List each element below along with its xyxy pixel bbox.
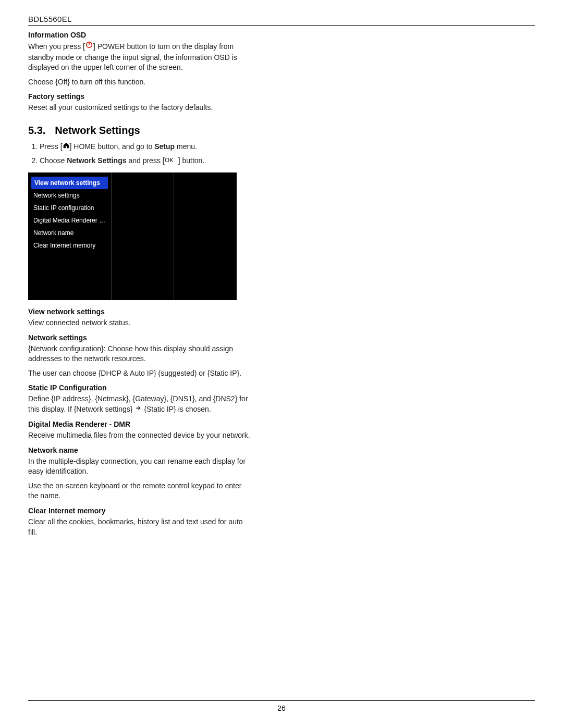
section-title: Network Settings: [55, 125, 140, 136]
osd-item-network-settings: Network settings: [28, 189, 111, 202]
step-1: Press [] HOME button, and go to Setup me…: [40, 141, 252, 153]
network-settings-heading: Network settings: [28, 334, 252, 342]
page-header: BDL5560EL: [28, 15, 535, 26]
view-network-heading: View network settings: [28, 307, 252, 316]
osd-menu-column: View network settings Network settings S…: [28, 172, 112, 300]
osd-item-static-ip: Static IP configuration: [28, 202, 111, 214]
static-ip-paragraph: Define {IP address}, {Netmask}, {Gateway…: [28, 394, 252, 415]
section-number: 5.3.: [28, 125, 45, 137]
page-number: 26: [277, 704, 286, 712]
dmr-paragraph: Receive multimedia files from the connec…: [28, 430, 252, 441]
arrow-right-icon: [134, 404, 142, 414]
page-footer: 26: [0, 700, 563, 712]
power-icon: [85, 41, 93, 52]
info-osd-paragraph-1: When you press [] POWER button to turn o…: [28, 41, 252, 73]
svg-text:OK: OK: [165, 156, 174, 163]
dmr-heading: Digital Media Renderer - DMR: [28, 420, 252, 428]
home-icon: [63, 141, 70, 152]
info-osd-paragraph-2: Choose {Off} to turn off this function.: [28, 77, 252, 88]
document-page: BDL5560EL Information OSD When you press…: [0, 0, 563, 728]
content-column: Information OSD When you press [] POWER …: [28, 31, 252, 537]
network-settings-paragraph-1: {Network configuration}: Choose how this…: [28, 344, 252, 364]
footer-rule: [28, 700, 535, 701]
osd-middle-column: [112, 172, 174, 300]
clear-memory-heading: Clear Internet memory: [28, 507, 252, 515]
step-2: Choose Network Settings and press [OK] b…: [40, 155, 252, 167]
section-heading: 5.3.Network Settings: [28, 125, 252, 137]
osd-right-column: [174, 172, 237, 300]
network-settings-paragraph-2: The user can choose {DHCP & Auto IP} (su…: [28, 368, 252, 379]
network-name-paragraph-2: Use the on-screen keyboard or the remote…: [28, 481, 252, 501]
osd-item-dmr: Digital Media Renderer - D...: [28, 214, 111, 227]
ok-icon: OK: [165, 155, 178, 167]
step-list: Press [] HOME button, and go to Setup me…: [28, 141, 252, 167]
osd-item-network-name: Network name: [28, 227, 111, 239]
model-number: BDL5560EL: [28, 15, 72, 23]
osd-item-clear-memory: Clear Internet memory: [28, 239, 111, 252]
static-ip-heading: Static IP Configuration: [28, 384, 252, 392]
network-name-heading: Network name: [28, 446, 252, 454]
factory-settings-paragraph: Reset all your customized settings to th…: [28, 103, 252, 113]
view-network-paragraph: View connected network status.: [28, 318, 252, 328]
osd-screenshot: View network settings Network settings S…: [28, 172, 237, 300]
info-osd-heading: Information OSD: [28, 31, 252, 39]
network-name-paragraph-1: In the multiple-display connection, you …: [28, 456, 252, 477]
factory-settings-heading: Factory settings: [28, 92, 252, 101]
osd-item-view-network-settings: View network settings: [31, 177, 108, 189]
clear-memory-paragraph: Clear all the cookies, bookmarks, histor…: [28, 517, 252, 537]
